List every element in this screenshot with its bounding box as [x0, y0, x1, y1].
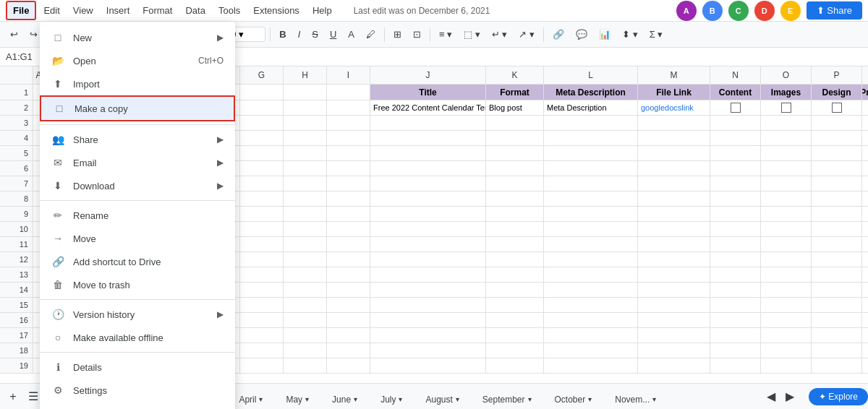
- cell-m13[interactable]: [638, 267, 710, 282]
- cell-j2-title[interactable]: Free 2022 Content Calendar Template: [370, 100, 486, 115]
- cell-l1-meta[interactable]: Meta Description: [544, 85, 638, 100]
- cell-p2-design[interactable]: [812, 100, 862, 115]
- cell-g18[interactable]: [240, 343, 284, 358]
- cell-m7[interactable]: [638, 176, 710, 191]
- cell-k12[interactable]: [486, 252, 544, 267]
- cell-q8[interactable]: [862, 191, 868, 206]
- cell-k1-format[interactable]: Format: [486, 85, 544, 100]
- cell-h7[interactable]: [284, 176, 327, 191]
- cell-g17[interactable]: [240, 328, 284, 343]
- cell-h16[interactable]: [284, 313, 327, 327]
- cell-o9[interactable]: [761, 207, 812, 221]
- cell-h4[interactable]: [284, 131, 327, 145]
- cell-n5[interactable]: [710, 146, 761, 160]
- cell-i16[interactable]: [327, 313, 370, 327]
- cell-o2-images[interactable]: [761, 100, 812, 115]
- menu-item-download[interactable]: ⬇ Download ▶: [40, 174, 235, 197]
- cell-q3[interactable]: [862, 116, 868, 130]
- cell-q9[interactable]: [862, 207, 868, 221]
- cell-m3[interactable]: [638, 116, 710, 130]
- cell-l5[interactable]: [544, 146, 638, 160]
- cell-g6[interactable]: [240, 161, 284, 176]
- prev-tabs-button[interactable]: ◀: [762, 388, 780, 405]
- cell-j1-title[interactable]: Title: [370, 85, 486, 100]
- cell-g7[interactable]: [240, 176, 284, 191]
- sheet-tab-june[interactable]: June▾: [321, 389, 368, 409]
- cell-n10[interactable]: [710, 222, 761, 236]
- cell-k13[interactable]: [486, 267, 544, 282]
- cell-n17[interactable]: [710, 328, 761, 343]
- cell-g11[interactable]: [240, 237, 284, 251]
- cell-i2[interactable]: [327, 100, 370, 115]
- cell-q11[interactable]: [862, 237, 868, 251]
- cell-k5[interactable]: [486, 146, 544, 160]
- cell-j17[interactable]: [370, 328, 486, 343]
- cell-h9[interactable]: [284, 207, 327, 221]
- menu-item-settings[interactable]: ⚙ Settings: [40, 379, 235, 402]
- cell-g13[interactable]: [240, 267, 284, 282]
- cell-j8[interactable]: [370, 191, 486, 206]
- filter-button[interactable]: ⬍ ▾: [618, 27, 642, 42]
- cell-h13[interactable]: [284, 267, 327, 282]
- cell-q1-proofreading[interactable]: Proofreading: [862, 85, 868, 100]
- cell-l2-meta[interactable]: Meta Description: [544, 100, 638, 115]
- cell-h14[interactable]: [284, 283, 327, 297]
- cell-k18[interactable]: [486, 343, 544, 358]
- cell-p15[interactable]: [812, 298, 862, 312]
- cell-g4[interactable]: [240, 131, 284, 145]
- menu-item-open[interactable]: 📂 Open Ctrl+O: [40, 49, 235, 72]
- cell-q12[interactable]: [862, 252, 868, 267]
- chart-button[interactable]: 📊: [595, 27, 615, 42]
- cell-l9[interactable]: [544, 207, 638, 221]
- menu-item-make-a-copy[interactable]: □ Make a copy: [40, 95, 235, 121]
- menu-view[interactable]: View: [67, 2, 99, 19]
- cell-h15[interactable]: [284, 298, 327, 312]
- checkbox-content[interactable]: [731, 103, 741, 113]
- cell-i14[interactable]: [327, 283, 370, 297]
- cell-q18[interactable]: [862, 343, 868, 358]
- sheet-tab-july[interactable]: July▾: [370, 389, 413, 409]
- cell-o14[interactable]: [761, 283, 812, 297]
- avatar-1[interactable]: A: [676, 1, 697, 21]
- cell-j10[interactable]: [370, 222, 486, 236]
- cell-g19[interactable]: [240, 358, 284, 373]
- cell-p7[interactable]: [812, 176, 862, 191]
- cell-o3[interactable]: [761, 116, 812, 130]
- cell-g12[interactable]: [240, 252, 284, 267]
- cell-l13[interactable]: [544, 267, 638, 282]
- rotate-button[interactable]: ↗ ▾: [514, 27, 539, 42]
- cell-k6[interactable]: [486, 161, 544, 176]
- col-n[interactable]: N: [710, 66, 761, 84]
- cell-j4[interactable]: [370, 131, 486, 145]
- checkbox-images[interactable]: [781, 103, 791, 113]
- cell-n11[interactable]: [710, 237, 761, 251]
- cell-n8[interactable]: [710, 191, 761, 206]
- col-i[interactable]: I: [327, 66, 370, 84]
- cell-m15[interactable]: [638, 298, 710, 312]
- cell-o18[interactable]: [761, 343, 812, 358]
- cell-k16[interactable]: [486, 313, 544, 327]
- cell-g15[interactable]: [240, 298, 284, 312]
- cell-h17[interactable]: [284, 328, 327, 343]
- cell-m16[interactable]: [638, 313, 710, 327]
- cell-k7[interactable]: [486, 176, 544, 191]
- cell-m1-filelink[interactable]: File Link: [638, 85, 710, 100]
- cell-l14[interactable]: [544, 283, 638, 297]
- cell-h11[interactable]: [284, 237, 327, 251]
- cell-n19[interactable]: [710, 358, 761, 373]
- cell-i19[interactable]: [327, 358, 370, 373]
- cell-o5[interactable]: [761, 146, 812, 160]
- sheet-tab-may[interactable]: May▾: [275, 389, 320, 409]
- cell-m14[interactable]: [638, 283, 710, 297]
- cell-o4[interactable]: [761, 131, 812, 145]
- checkbox-design[interactable]: [832, 103, 842, 113]
- menu-item-add-shortcut-to-drive[interactable]: 🔗 Add shortcut to Drive: [40, 250, 235, 273]
- cell-h5[interactable]: [284, 146, 327, 160]
- col-j[interactable]: J: [370, 66, 486, 84]
- col-k[interactable]: K: [486, 66, 544, 84]
- avatar-5[interactable]: E: [780, 1, 801, 21]
- cell-p11[interactable]: [812, 237, 862, 251]
- cell-n16[interactable]: [710, 313, 761, 327]
- text-color-button[interactable]: A: [344, 27, 359, 42]
- merge-cells-button[interactable]: ⊡: [409, 27, 425, 42]
